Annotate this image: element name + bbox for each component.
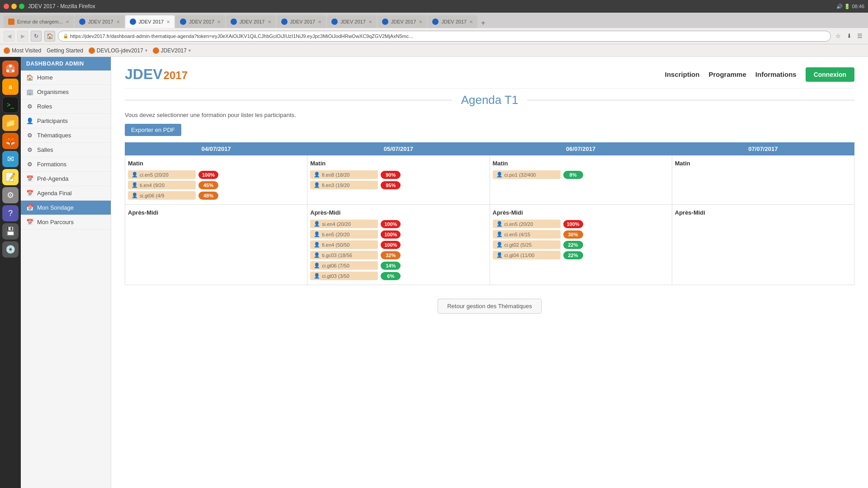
badge-m2-0: 8% — [563, 171, 583, 179]
reload-button[interactable]: ↻ — [31, 31, 42, 42]
afternoon-header-3: Après-Midi — [675, 207, 851, 220]
formation-label-a1-4[interactable]: 👤 ci.gt06 (7/50 — [310, 261, 378, 270]
os-icon-settings[interactable]: ⚙ — [2, 187, 19, 203]
url-bar[interactable]: 🔒 https://jdev2017.fr/dashboard-admin-th… — [58, 31, 831, 42]
nav-informations[interactable]: Informations — [755, 70, 797, 78]
tab-4[interactable]: JDEV 2017 ✕ — [226, 15, 276, 28]
tab-favicon-3 — [180, 19, 186, 25]
tab-6[interactable]: JDEV 2017 ✕ — [327, 15, 377, 28]
bookmark-devlog[interactable]: DEVLOG-jdev2017 ▾ — [89, 47, 147, 54]
os-icon-disk2[interactable]: 💿 — [2, 241, 19, 258]
bookmark-dropdown-jdev2017[interactable]: ▾ — [189, 48, 191, 53]
formation-label-a1-5[interactable]: 👤 ci.gt03 (3/50 — [310, 272, 378, 280]
home-button[interactable]: 🏠 — [44, 31, 55, 42]
sidebar-item-organismes[interactable]: 🏢 Organismes — [21, 85, 111, 99]
bookmark-most-visited[interactable]: Most Visited — [4, 47, 41, 54]
tab-7[interactable]: JDEV 2017 ✕ — [377, 15, 427, 28]
bookmark-getting-started[interactable]: Getting Started — [47, 47, 83, 54]
tab-close-1[interactable]: ✕ — [116, 19, 120, 24]
tab-close-5[interactable]: ✕ — [318, 19, 321, 24]
formation-label-a1-1[interactable]: 👤 ti.en5 (20/20 — [310, 230, 378, 239]
tab-close-4[interactable]: ✕ — [268, 19, 271, 24]
sidebar-item-mon-parcours[interactable]: 📅 Mon Parcours — [21, 215, 111, 230]
formation-label-a2-2[interactable]: 👤 ci.gt02 (5/25 — [493, 240, 561, 249]
bookmark-jdev2017[interactable]: JDEV2017 ▾ — [153, 47, 191, 54]
sidebar-item-formations[interactable]: ⚙ Formations — [21, 157, 111, 172]
sidebar-item-roles[interactable]: ⚙ Roles — [21, 99, 111, 114]
new-tab-button[interactable]: + — [478, 18, 488, 28]
nav-inscription[interactable]: Inscription — [665, 70, 700, 78]
sidebar-item-agenda-final[interactable]: 📅 Agenda Final — [21, 186, 111, 201]
tab-1[interactable]: JDEV 2017 ✕ — [75, 15, 124, 28]
formation-label-m0-1[interactable]: 👤 ti.en4 (9/20 — [128, 181, 196, 189]
formation-label-m0-0[interactable]: 👤 ci.en5 (20/20 — [128, 170, 196, 179]
window-maximize[interactable] — [19, 4, 24, 9]
menu-icon[interactable]: ☰ — [855, 32, 864, 41]
connexion-button[interactable]: Connexion — [806, 67, 854, 82]
sidebar-item-mon-sondage[interactable]: 📅 Mon Sondage — [21, 201, 111, 215]
tab-close-2[interactable]: ✕ — [166, 19, 170, 24]
tab-close-7[interactable]: ✕ — [419, 19, 422, 24]
person-icon-2: 👤 — [132, 182, 138, 188]
mon-parcours-icon: 📅 — [26, 219, 33, 225]
nav-programme[interactable]: Programme — [708, 70, 746, 78]
formation-label-a1-3[interactable]: 👤 ti.gc03 (18/56 — [310, 251, 378, 259]
os-icon-amazon[interactable]: a — [2, 79, 19, 95]
back-button[interactable]: ◀ — [4, 31, 14, 42]
os-icon-notepad[interactable]: 📝 — [2, 169, 19, 185]
sidebar-label-organismes: Organismes — [37, 89, 69, 95]
sidebar-item-pre-agenda[interactable]: 📅 Pré-Agenda — [21, 172, 111, 186]
sidebar-label-mon-sondage: Mon Sondage — [37, 204, 74, 211]
tab-favicon-2 — [130, 19, 136, 25]
date-header-2: 06/07/2017 — [490, 143, 672, 155]
formation-label-a1-0[interactable]: 👤 si.en4 (20/20 — [310, 220, 378, 228]
tab-2[interactable]: JDEV 2017 ✕ — [125, 15, 175, 28]
person-icon-15: 👤 — [496, 242, 503, 248]
home-icon: 🏠 — [26, 74, 33, 81]
badge-a2-2: 22% — [563, 241, 583, 249]
os-icon-ubuntu[interactable] — [2, 61, 19, 77]
os-icon-firefox[interactable]: 🦊 — [2, 133, 19, 149]
sidebar-item-salles[interactable]: ⚙ Salles — [21, 143, 111, 157]
tab-close-0[interactable]: ✕ — [66, 19, 69, 24]
afternoon-header-1: Après-Midi — [310, 207, 486, 220]
formation-label-a2-3[interactable]: 👤 ci.gt04 (11/00 — [493, 251, 561, 259]
tab-label-2: JDEV 2017 — [139, 19, 164, 24]
bookmark-dropdown-devlog[interactable]: ▾ — [145, 48, 147, 53]
formation-label-m1-0[interactable]: 👤 fi.en8 (18/20 — [310, 170, 378, 179]
tab-0[interactable]: Erreur de chargem... ✕ — [4, 15, 74, 28]
os-icon-terminal[interactable]: >_ — [2, 97, 19, 113]
sidebar-item-home[interactable]: 🏠 Home — [21, 70, 111, 85]
morning-cell-1: Matin 👤 fi.en8 (18/20 90% 👤 fi.en3 ( — [307, 155, 490, 205]
formation-label-a2-1[interactable]: 👤 ci.en5 (4/15 — [493, 230, 561, 239]
os-icon-help[interactable]: ? — [2, 205, 19, 221]
mon-sondage-icon: 📅 — [26, 204, 33, 211]
download-icon[interactable]: ⬇ — [844, 32, 854, 41]
site-header: JDEV 2017 Inscription Programme Informat… — [125, 66, 854, 89]
formation-label-m0-2[interactable]: 👤 si.gt06 (4/9 — [128, 191, 196, 200]
ssl-lock-icon: 🔒 — [63, 33, 68, 38]
export-pdf-button[interactable]: Exporter en PDF — [125, 124, 181, 136]
window-close[interactable] — [4, 4, 9, 9]
bookmark-icon[interactable]: ☆ — [834, 32, 843, 41]
formation-label-a1-2[interactable]: 👤 fi.en4 (50/50 — [310, 240, 378, 249]
badge-a1-1: 100% — [381, 230, 401, 239]
os-icon-disk[interactable]: 💾 — [2, 223, 19, 239]
forward-button[interactable]: ▶ — [17, 31, 28, 42]
return-button[interactable]: Retour gestion des Thématiques — [438, 299, 542, 314]
formation-label-a2-0[interactable]: 👤 ci.en5 (20/20 — [493, 220, 561, 228]
os-icon-email[interactable]: ✉ — [2, 151, 19, 167]
window-minimize[interactable] — [11, 4, 17, 9]
tab-close-8[interactable]: ✕ — [469, 19, 473, 24]
sidebar-item-thematiques[interactable]: ⚙ Thématiques — [21, 128, 111, 143]
badge-a2-3: 22% — [563, 251, 583, 259]
tab-close-6[interactable]: ✕ — [368, 19, 372, 24]
sidebar-item-participants[interactable]: 👤 Participants — [21, 114, 111, 128]
tab-close-3[interactable]: ✕ — [217, 19, 221, 24]
tab-8[interactable]: JDEV 2017 ✕ — [428, 15, 477, 28]
os-icon-files[interactable]: 📁 — [2, 115, 19, 131]
formation-label-m1-1[interactable]: 👤 fi.en3 (19/20 — [310, 181, 378, 189]
formation-label-m2-0[interactable]: 👤 ci.po1 (32/400 — [493, 170, 561, 179]
tab-5[interactable]: JDEV 2017 ✕ — [277, 15, 326, 28]
tab-3[interactable]: JDEV 2017 ✕ — [175, 15, 225, 28]
